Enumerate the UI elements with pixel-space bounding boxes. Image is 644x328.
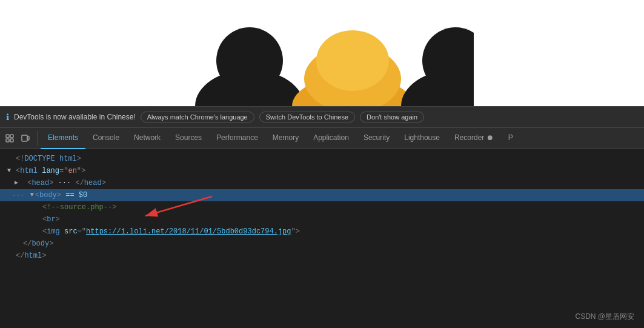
footer-watermark: CSDN @星盾网安 [575, 312, 634, 322]
dont-show-again-button[interactable]: Don't show again [360, 112, 424, 122]
tab-recorder[interactable]: Recorder ⏺ [447, 128, 501, 149]
device-toolbar-icon-button[interactable] [18, 131, 33, 146]
devtools-icon-group [2, 131, 38, 146]
dom-line-doctype[interactable]: <!DOCTYPE html> [0, 153, 644, 165]
switch-to-chinese-button[interactable]: Switch DevTools to Chinese [259, 112, 355, 122]
svg-rect-10 [10, 139, 13, 142]
tab-sources[interactable]: Sources [168, 128, 209, 149]
inspect-element-icon-button[interactable] [2, 131, 17, 146]
dom-line-img[interactable]: <img src="https://i.loli.net/2018/11/01/… [0, 226, 644, 238]
tab-security[interactable]: Security [356, 128, 397, 149]
devtools-tabs-bar: Elements Console Network Sources Perform… [0, 128, 644, 149]
always-match-language-button[interactable]: Always match Chrome's language [141, 112, 254, 122]
tab-console[interactable]: Console [85, 128, 127, 149]
dom-inspector: <!DOCTYPE html> ▼ <html lang="en"> ▶ <he… [0, 149, 644, 328]
dom-line-head[interactable]: ▶ <head> ··· </head> [0, 177, 644, 189]
svg-rect-8 [10, 135, 13, 138]
dom-line-comment[interactable]: <!--source.php--> [0, 201, 644, 213]
dom-line-body-close[interactable]: </body> [0, 238, 644, 250]
dom-line-html-close[interactable]: </html> [0, 250, 644, 262]
tab-memory[interactable]: Memory [265, 128, 306, 149]
tab-elements[interactable]: Elements [41, 128, 85, 149]
dom-line-html[interactable]: ▼ <html lang="en"> [0, 165, 644, 177]
browser-preview [0, 0, 644, 106]
tab-more[interactable]: P [501, 128, 520, 149]
svg-rect-7 [6, 135, 9, 138]
tab-performance[interactable]: Performance [209, 128, 265, 149]
notification-message: DevTools is now available in Chinese! [14, 113, 136, 121]
dom-line-br[interactable]: <br> [0, 213, 644, 226]
svg-rect-12 [27, 136, 29, 140]
dom-line-body[interactable]: ··· ▼ <body> == $0 [0, 189, 644, 201]
svg-rect-9 [6, 139, 9, 142]
svg-point-4 [316, 30, 389, 91]
tab-lighthouse[interactable]: Lighthouse [397, 128, 447, 149]
svg-point-1 [216, 27, 283, 94]
devtools-panel: ℹ DevTools is now available in Chinese! … [0, 106, 644, 328]
svg-rect-11 [22, 135, 27, 141]
tab-network[interactable]: Network [127, 128, 168, 149]
notification-bar: ℹ DevTools is now available in Chinese! … [0, 106, 644, 128]
tab-application[interactable]: Application [306, 128, 356, 149]
info-icon: ℹ [6, 112, 9, 122]
